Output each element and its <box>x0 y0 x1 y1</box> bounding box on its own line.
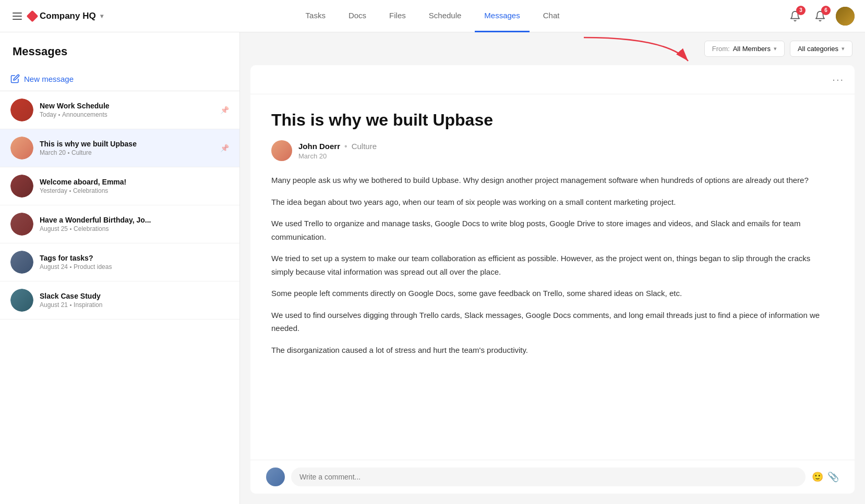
bell-badge-1: 3 <box>796 6 806 15</box>
nav-messages[interactable]: Messages <box>475 0 529 32</box>
msg-content-1: New Work Schedule Today Announcements <box>40 102 214 118</box>
msg-date-3: Yesterday <box>40 187 67 194</box>
msg-content-3: Welcome aboard, Emma! Yesterday Celebrat… <box>40 178 214 194</box>
content-toolbar: From: All Members ▾ All categories ▾ <box>240 32 865 65</box>
author-category: Culture <box>352 142 377 151</box>
msg-category-2: Culture <box>71 149 92 156</box>
article-toolbar: ··· <box>250 65 855 94</box>
article-para-3: We tried to set up a system to make our … <box>271 252 834 278</box>
attachment-icon[interactable]: 📎 <box>827 471 839 483</box>
commenter-avatar <box>266 468 285 486</box>
msg-content-2: This is why we built Upbase March 20 Cul… <box>40 140 214 156</box>
filter-categories-value: All categories <box>798 45 838 53</box>
author-separator: • <box>344 142 347 151</box>
msg-category-1: Announcements <box>62 111 107 118</box>
comment-bar: 🙂 📎 <box>250 460 855 494</box>
msg-date-4: August 25 <box>40 225 68 232</box>
msg-avatar-5 <box>10 251 33 274</box>
new-message-label: New message <box>24 75 74 83</box>
msg-dot-1 <box>58 114 60 116</box>
brand-diamond-icon <box>27 10 39 22</box>
article-para-5: We used to find ourselves digging throug… <box>271 309 834 335</box>
message-list: New Work Schedule Today Announcements 📌 … <box>0 91 239 504</box>
msg-category-5: Product ideas <box>74 263 112 271</box>
msg-avatar-1 <box>10 99 33 121</box>
msg-title-1: New Work Schedule <box>40 102 214 110</box>
msg-avatar-4 <box>10 213 33 236</box>
emoji-icon[interactable]: 🙂 <box>812 471 823 483</box>
comment-icons: 🙂 📎 <box>812 471 839 483</box>
filter-categories-chevron-icon: ▾ <box>842 45 845 52</box>
article-para-6: The disorganization caused a lot of stre… <box>271 343 834 357</box>
comment-input[interactable] <box>291 468 806 486</box>
author-name-row: John Doerr • Culture <box>298 142 377 151</box>
nav-center: Tasks Docs Files Schedule Messages Chat <box>115 0 750 32</box>
message-item-2[interactable]: This is why we built Upbase March 20 Cul… <box>0 129 239 167</box>
nav-chat[interactable]: Chat <box>534 0 569 32</box>
nav-right: 3 6 <box>750 7 855 26</box>
filter-from-button[interactable]: From: All Members ▾ <box>704 41 785 57</box>
message-item-1[interactable]: New Work Schedule Today Announcements 📌 <box>0 91 239 129</box>
msg-content-6: Slack Case Study August 21 Inspiration <box>40 292 214 309</box>
brand-logo[interactable]: Company HQ ▾ <box>28 11 103 21</box>
main-layout: Messages New message New Work Schedule T… <box>0 32 865 504</box>
msg-date-1: Today <box>40 111 56 118</box>
msg-content-4: Have a Wonderful Birthday, Jo... August … <box>40 216 214 232</box>
pin-icon-1: 📌 <box>220 106 229 114</box>
msg-dot-6 <box>70 304 71 306</box>
article-date: March 20 <box>298 152 377 160</box>
sidebar-header: Messages <box>0 32 239 67</box>
msg-title-4: Have a Wonderful Birthday, Jo... <box>40 216 214 224</box>
avatar-image <box>836 7 855 26</box>
msg-meta-5: August 24 Product ideas <box>40 263 214 271</box>
content-area: From: All Members ▾ All categories ▾ ···… <box>240 32 865 504</box>
user-avatar[interactable] <box>836 7 855 26</box>
nav-schedule[interactable]: Schedule <box>419 0 471 32</box>
new-message-button[interactable]: New message <box>0 67 239 91</box>
msg-date-2: March 20 <box>40 149 66 156</box>
nav-tasks[interactable]: Tasks <box>296 0 335 32</box>
msg-date-6: August 21 <box>40 301 68 309</box>
message-item-6[interactable]: Slack Case Study August 21 Inspiration 📌 <box>0 281 239 319</box>
filter-from-value: All Members <box>733 45 771 53</box>
msg-dot-5 <box>70 266 71 268</box>
msg-meta-4: August 25 Celebrations <box>40 225 214 232</box>
messages-sidebar: Messages New message New Work Schedule T… <box>0 32 240 504</box>
message-item-4[interactable]: Have a Wonderful Birthday, Jo... August … <box>0 205 239 243</box>
filter-from-chevron-icon: ▾ <box>774 45 777 52</box>
article-author-row: John Doerr • Culture March 20 <box>271 140 834 161</box>
filter-from-label: From: <box>712 45 730 53</box>
hamburger-menu[interactable] <box>10 10 24 22</box>
nav-docs[interactable]: Docs <box>339 0 376 32</box>
msg-meta-2: March 20 Culture <box>40 149 214 156</box>
msg-category-4: Celebrations <box>74 225 109 232</box>
nav-files[interactable]: Files <box>380 0 415 32</box>
brand-name: Company HQ <box>40 11 96 21</box>
filter-categories-button[interactable]: All categories ▾ <box>790 41 852 57</box>
notification-bell-1[interactable]: 3 <box>786 7 804 26</box>
message-item-5[interactable]: Tags for tasks? August 24 Product ideas … <box>0 243 239 281</box>
bell-badge-2: 6 <box>821 6 831 15</box>
msg-title-3: Welcome aboard, Emma! <box>40 178 214 186</box>
msg-category-6: Inspiration <box>74 301 102 309</box>
pin-icon-2: 📌 <box>220 144 229 152</box>
msg-title-6: Slack Case Study <box>40 292 214 300</box>
top-nav: Company HQ ▾ Tasks Docs Files Schedule M… <box>0 0 865 32</box>
msg-meta-1: Today Announcements <box>40 111 214 118</box>
author-info: John Doerr • Culture March 20 <box>298 142 377 160</box>
more-options-button[interactable]: ··· <box>832 73 844 85</box>
article-para-1: The idea began about two years ago, when… <box>271 195 834 209</box>
article-para-2: We used Trello to organize and manage ta… <box>271 217 834 243</box>
notification-bell-2[interactable]: 6 <box>811 7 830 26</box>
message-item-3[interactable]: Welcome aboard, Emma! Yesterday Celebrat… <box>0 167 239 205</box>
msg-dot-3 <box>69 190 71 192</box>
msg-avatar-3 <box>10 175 33 198</box>
msg-content-5: Tags for tasks? August 24 Product ideas <box>40 254 214 271</box>
article-para-4: Some people left comments directly on Go… <box>271 287 834 300</box>
msg-date-5: August 24 <box>40 263 68 271</box>
article-para-0: Many people ask us why we bothered to bu… <box>271 174 834 187</box>
msg-meta-6: August 21 Inspiration <box>40 301 214 309</box>
edit-icon <box>10 74 20 83</box>
messages-title: Messages <box>13 45 227 58</box>
msg-dot-2 <box>68 152 69 154</box>
